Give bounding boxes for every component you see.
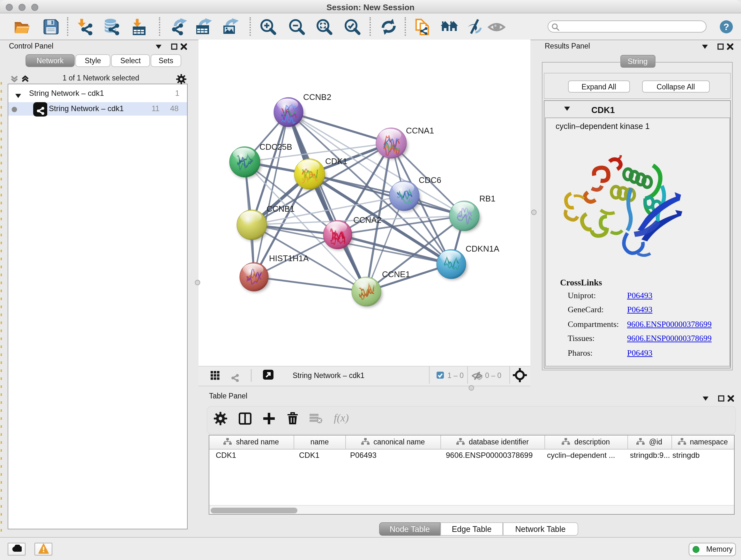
svg-text:CDC25B: CDC25B bbox=[259, 142, 292, 152]
svg-text:CCNB1: CCNB1 bbox=[266, 204, 294, 213]
svg-text:CCNA2: CCNA2 bbox=[353, 215, 381, 225]
svg-text:CDK1: CDK1 bbox=[325, 157, 347, 166]
svg-text:HIST1H1A: HIST1H1A bbox=[269, 253, 309, 263]
svg-text:CCNE1: CCNE1 bbox=[382, 269, 410, 279]
svg-text:CDKN1A: CDKN1A bbox=[466, 244, 499, 253]
svg-text:CCNA1: CCNA1 bbox=[406, 126, 434, 135]
svg-text:CCNB2: CCNB2 bbox=[303, 92, 331, 102]
svg-text:?: ? bbox=[724, 21, 729, 32]
svg-text:CDC6: CDC6 bbox=[419, 175, 441, 185]
svg-text:RB1: RB1 bbox=[479, 194, 495, 203]
